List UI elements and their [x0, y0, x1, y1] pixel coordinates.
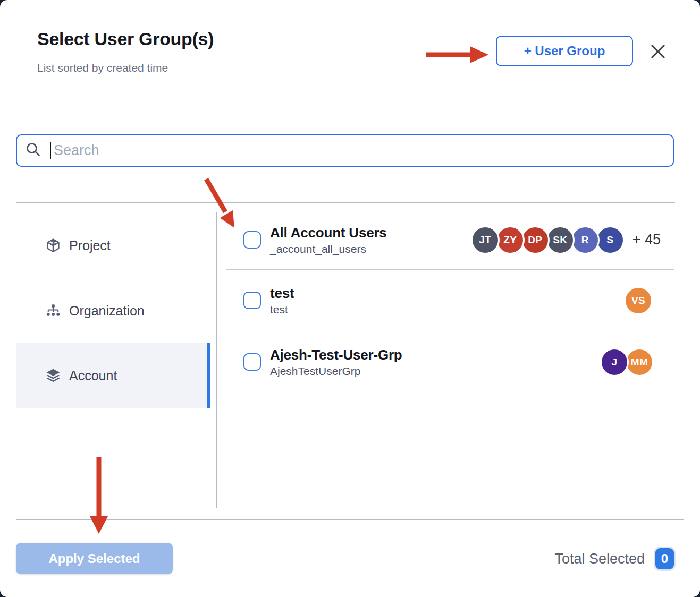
add-user-group-label: + User Group — [524, 44, 605, 58]
sidebar-item-organization[interactable]: Organization — [16, 294, 210, 328]
search-box[interactable] — [16, 134, 674, 167]
total-selected-label: Total Selected — [554, 551, 645, 567]
page-title: Select User Group(s) — [37, 29, 214, 49]
total-selected: Total Selected 0 — [554, 547, 674, 570]
sidebar-divider — [216, 212, 217, 508]
avatar: JT — [471, 226, 500, 254]
group-checkbox[interactable] — [243, 353, 261, 371]
avatar-group: J MM — [600, 348, 654, 377]
sidebar-item-label: Account — [69, 368, 117, 383]
group-row-all-account-users[interactable]: All Account Users _account_all_users JT … — [226, 210, 674, 270]
avatar-overflow-count: + 45 — [632, 232, 661, 248]
sort-hint-text: List sorted by created time — [37, 62, 168, 74]
sidebar-item-label: Organization — [69, 303, 145, 319]
avatar: J — [600, 348, 629, 377]
avatar-group: JT ZY DP SK R S + 45 — [471, 226, 661, 254]
avatar: VS — [624, 286, 653, 315]
group-name: Ajesh-Test-User-Grp — [270, 347, 402, 363]
group-row-test[interactable]: test test VS — [226, 270, 674, 331]
apply-selected-label: Apply Selected — [48, 551, 140, 566]
avatar: DP — [521, 226, 550, 254]
group-checkbox[interactable] — [243, 292, 261, 309]
layers-icon — [45, 368, 61, 383]
group-id: test — [270, 303, 294, 316]
sidebar-item-account[interactable]: Account — [16, 343, 210, 408]
avatar: MM — [625, 348, 654, 377]
group-id: _account_all_users — [270, 243, 387, 255]
group-row-ajesh-test-user-grp[interactable]: Ajesh-Test-User-Grp AjeshTestUserGrp J M… — [226, 331, 674, 393]
annotation-arrow-to-apply-selected — [90, 457, 108, 534]
avatar-group: VS — [624, 286, 653, 315]
avatar: R — [571, 226, 600, 254]
header-divider — [16, 202, 675, 203]
select-user-group-dialog: Select User Group(s) List sorted by crea… — [0, 0, 700, 597]
group-name: All Account Users — [270, 225, 387, 241]
search-input[interactable] — [51, 135, 673, 166]
close-icon — [650, 44, 666, 61]
search-icon — [26, 142, 41, 159]
group-id: AjeshTestUserGrp — [270, 365, 402, 378]
group-checkbox[interactable] — [243, 231, 261, 249]
group-name: test — [270, 285, 294, 302]
add-user-group-button[interactable]: + User Group — [496, 36, 633, 66]
avatar: S — [596, 226, 625, 254]
footer-divider — [16, 519, 684, 520]
sidebar-item-label: Project — [69, 238, 111, 253]
apply-selected-button[interactable]: Apply Selected — [16, 543, 173, 574]
annotation-arrow-to-add-user-group — [426, 46, 488, 63]
avatar: SK — [546, 226, 575, 254]
total-selected-badge: 0 — [655, 548, 674, 569]
cube-icon — [45, 237, 61, 253]
avatar: ZY — [496, 226, 525, 254]
org-chart-icon — [45, 303, 61, 319]
sidebar-item-project[interactable]: Project — [16, 228, 210, 262]
close-button[interactable] — [646, 40, 670, 64]
